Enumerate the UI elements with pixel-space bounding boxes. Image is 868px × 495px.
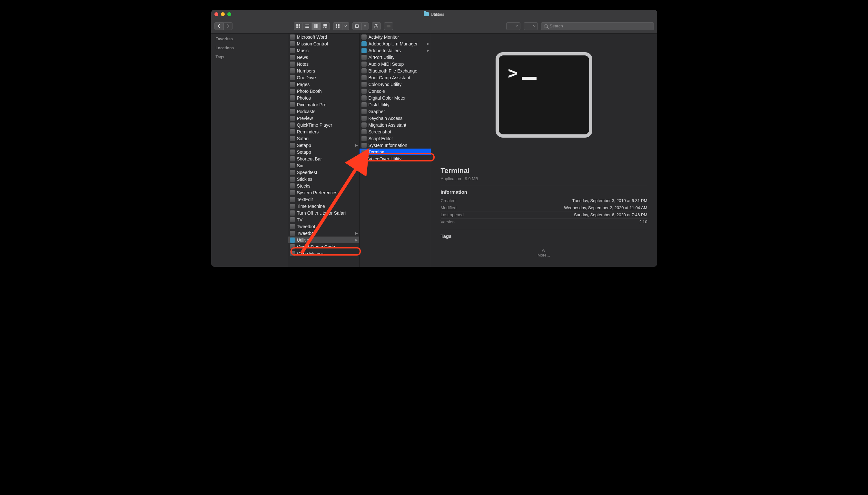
list-item[interactable]: Utilities▶	[288, 237, 359, 243]
list-item[interactable]: System Preferences	[288, 189, 359, 196]
list-item[interactable]: Console	[360, 88, 431, 95]
share-button[interactable]	[372, 22, 381, 30]
sidebar-section-tags[interactable]: Tags	[216, 55, 283, 59]
app-icon	[290, 163, 295, 168]
list-item[interactable]: Pages	[288, 81, 359, 88]
list-item[interactable]: Voice Memos	[288, 250, 359, 257]
list-item[interactable]: Screenshot	[360, 128, 431, 135]
minimize-button[interactable]	[221, 12, 225, 16]
app-icon	[362, 96, 367, 101]
list-item[interactable]: Boot Camp Assistant	[360, 74, 431, 81]
list-item[interactable]: VoiceOver Utility	[360, 155, 431, 162]
list-item[interactable]: System Information	[360, 142, 431, 149]
preview-tags-heading: Tags	[441, 230, 648, 239]
list-item[interactable]: Reminders	[288, 128, 359, 135]
dropdown-2[interactable]	[524, 22, 538, 30]
tags-button[interactable]	[384, 22, 393, 30]
list-item[interactable]: Bluetooth File Exchange	[360, 67, 431, 74]
list-item[interactable]: Stickies	[288, 176, 359, 183]
close-button[interactable]	[214, 12, 218, 16]
app-icon	[362, 89, 367, 94]
list-item[interactable]: Podcasts	[288, 108, 359, 115]
list-item[interactable]: Adobe Appl…n Manager▶	[360, 40, 431, 47]
app-icon	[290, 170, 295, 175]
icon-view-button[interactable]	[294, 22, 303, 30]
list-item[interactable]: TextEdit	[288, 196, 359, 203]
forward-button[interactable]	[223, 22, 233, 30]
list-item[interactable]: Photos	[288, 95, 359, 101]
list-item[interactable]: QuickTime Player	[288, 121, 359, 128]
list-item[interactable]: OneDrive	[288, 74, 359, 81]
list-item[interactable]: Migration Assistant	[360, 121, 431, 128]
sidebar-section-favorites[interactable]: Favorites	[216, 37, 283, 41]
list-item[interactable]: Grapher	[360, 108, 431, 115]
list-item[interactable]: Activity Monitor	[360, 34, 431, 40]
column-view-button[interactable]	[312, 22, 321, 30]
svg-rect-9	[317, 24, 318, 28]
list-item[interactable]: Microsoft Word	[288, 34, 359, 40]
list-item-label: System Preferences	[297, 190, 338, 195]
list-item[interactable]: News	[288, 54, 359, 61]
list-item-label: Pixelmator Pro	[297, 102, 327, 107]
list-item[interactable]: Mission Control	[288, 40, 359, 47]
list-item[interactable]: Shortcut Bar	[288, 155, 359, 162]
action-dropdown[interactable]	[362, 22, 369, 30]
list-item[interactable]: TV	[288, 216, 359, 223]
back-button[interactable]	[214, 22, 223, 30]
list-item[interactable]: Digital Color Meter	[360, 95, 431, 101]
list-item[interactable]: Audio MIDI Setup	[360, 61, 431, 67]
list-item[interactable]: Tweetbot	[288, 223, 359, 230]
list-item[interactable]: Stocks	[288, 183, 359, 189]
list-item[interactable]: Setapp	[288, 149, 359, 155]
list-item[interactable]: Terminal	[360, 149, 431, 155]
app-icon	[290, 62, 295, 67]
list-item[interactable]: Visual Studio Code	[288, 243, 359, 250]
list-item[interactable]: Adobe Installers▶	[360, 47, 431, 54]
list-item[interactable]: Music	[288, 47, 359, 54]
app-icon	[290, 224, 295, 229]
list-item[interactable]: Photo Booth	[288, 88, 359, 95]
app-icon	[362, 102, 367, 107]
info-value: Wednesday, September 2, 2020 at 11:04 AM	[564, 205, 647, 210]
chevron-right-icon: ▶	[355, 238, 358, 242]
info-row: CreatedTuesday, September 3, 2019 at 6:3…	[441, 197, 648, 204]
app-icon	[290, 34, 295, 40]
column-utilities: Activity MonitorAdobe Appl…n Manager▶Ado…	[360, 34, 431, 267]
list-item[interactable]: Pixelmator Pro	[288, 101, 359, 108]
preview-more[interactable]: ⊙ More…	[537, 249, 550, 257]
list-item-label: Adobe Installers	[369, 48, 401, 53]
app-icon	[362, 150, 367, 155]
action-button[interactable]	[352, 22, 362, 30]
gallery-view-button[interactable]	[321, 22, 330, 30]
list-item[interactable]: Notes	[288, 61, 359, 67]
list-item[interactable]: Tweetbot▶	[288, 230, 359, 237]
arrange-button[interactable]	[333, 22, 342, 30]
list-item[interactable]: Time Machine	[288, 203, 359, 209]
search-field[interactable]: Search	[541, 22, 654, 30]
list-item[interactable]: Turn Off th…ts for Safari	[288, 209, 359, 216]
content-area: Favorites Locations Tags Microsoft WordM…	[211, 34, 657, 267]
list-item-label: Stocks	[297, 183, 311, 189]
list-item-label: Turn Off th…ts for Safari	[297, 210, 346, 216]
list-item[interactable]: Speedtest	[288, 169, 359, 176]
zoom-button[interactable]	[227, 12, 231, 16]
list-view-button[interactable]	[303, 22, 312, 30]
list-item[interactable]: Siri	[288, 162, 359, 169]
list-item[interactable]: Keychain Access	[360, 115, 431, 121]
list-item[interactable]: Preview	[288, 115, 359, 121]
list-item[interactable]: Safari	[288, 135, 359, 142]
list-item[interactable]: Setapp▶	[288, 142, 359, 149]
sidebar-section-locations[interactable]: Locations	[216, 46, 283, 50]
preview-info-table: CreatedTuesday, September 3, 2019 at 6:3…	[441, 197, 648, 225]
list-item-label: Stickies	[297, 176, 313, 182]
list-item[interactable]: Numbers	[288, 67, 359, 74]
app-icon	[362, 122, 367, 127]
list-item[interactable]: Disk Utility	[360, 101, 431, 108]
list-item[interactable]: Script Editor	[360, 135, 431, 142]
arrange-dropdown[interactable]	[342, 22, 349, 30]
svg-rect-10	[323, 24, 327, 27]
dropdown-1[interactable]	[506, 22, 520, 30]
app-icon	[290, 96, 295, 101]
list-item[interactable]: AirPort Utility	[360, 54, 431, 61]
list-item[interactable]: ColorSync Utility	[360, 81, 431, 88]
